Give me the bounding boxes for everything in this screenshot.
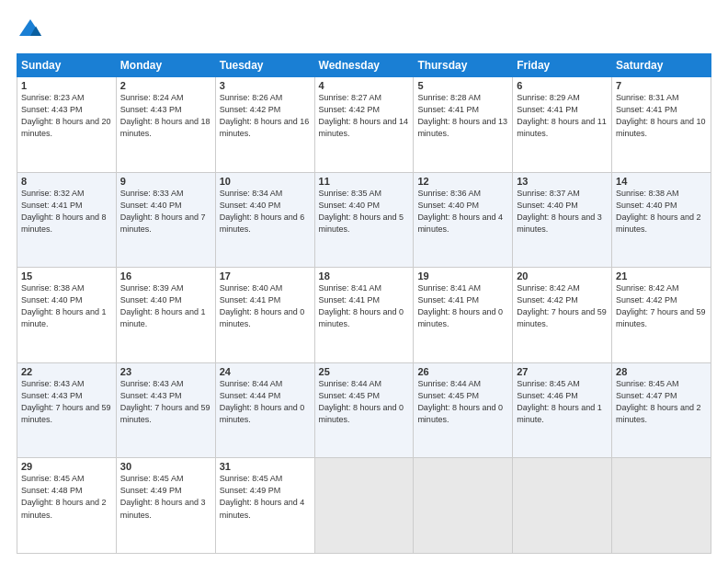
calendar-day-cell: 11Sunrise: 8:35 AMSunset: 4:40 PMDayligh… (314, 172, 414, 268)
calendar-day-cell: 22Sunrise: 8:43 AMSunset: 4:43 PMDayligh… (17, 362, 117, 458)
day-number: 8 (21, 176, 112, 187)
day-info: Sunrise: 8:40 AMSunset: 4:41 PMDaylight:… (220, 282, 311, 330)
day-number: 6 (517, 80, 608, 91)
day-info: Sunrise: 8:27 AMSunset: 4:42 PMDaylight:… (319, 92, 410, 140)
day-number: 27 (517, 366, 608, 377)
calendar-day-cell: 17Sunrise: 8:40 AMSunset: 4:41 PMDayligh… (215, 268, 314, 363)
page: Sunday Monday Tuesday Wednesday Thursday… (0, 0, 728, 563)
day-number: 25 (319, 366, 410, 377)
day-info: Sunrise: 8:45 AMSunset: 4:48 PMDaylight:… (21, 473, 112, 521)
day-info: Sunrise: 8:41 AMSunset: 4:41 PMDaylight:… (417, 282, 508, 330)
header (17, 17, 711, 44)
day-info: Sunrise: 8:43 AMSunset: 4:43 PMDaylight:… (21, 378, 112, 426)
day-number: 1 (21, 80, 112, 91)
day-info: Sunrise: 8:45 AMSunset: 4:49 PMDaylight:… (220, 473, 311, 521)
day-info: Sunrise: 8:42 AMSunset: 4:42 PMDaylight:… (616, 282, 707, 330)
calendar-day-cell: 10Sunrise: 8:34 AMSunset: 4:40 PMDayligh… (215, 172, 314, 268)
day-number: 24 (220, 366, 311, 377)
day-number: 3 (220, 80, 311, 91)
calendar-day-cell: 31Sunrise: 8:45 AMSunset: 4:49 PMDayligh… (215, 458, 314, 554)
day-info: Sunrise: 8:36 AMSunset: 4:40 PMDaylight:… (417, 188, 508, 236)
day-number: 13 (517, 176, 608, 187)
calendar-day-cell: 25Sunrise: 8:44 AMSunset: 4:45 PMDayligh… (314, 362, 414, 458)
day-number: 15 (21, 270, 112, 282)
day-info: Sunrise: 8:45 AMSunset: 4:49 PMDaylight:… (120, 473, 211, 521)
day-info: Sunrise: 8:45 AMSunset: 4:46 PMDaylight:… (517, 378, 608, 426)
day-info: Sunrise: 8:33 AMSunset: 4:40 PMDaylight:… (120, 188, 211, 236)
calendar-day-cell: 7Sunrise: 8:31 AMSunset: 4:41 PMDaylight… (612, 77, 711, 173)
day-number: 18 (319, 270, 410, 282)
day-info: Sunrise: 8:24 AMSunset: 4:43 PMDaylight:… (120, 92, 211, 140)
calendar-day-cell: 14Sunrise: 8:38 AMSunset: 4:40 PMDayligh… (612, 172, 711, 268)
calendar-day-cell: 27Sunrise: 8:45 AMSunset: 4:46 PMDayligh… (513, 362, 612, 458)
day-info: Sunrise: 8:44 AMSunset: 4:45 PMDaylight:… (319, 378, 410, 426)
day-number: 7 (616, 80, 707, 91)
calendar-day-cell: 26Sunrise: 8:44 AMSunset: 4:45 PMDayligh… (414, 362, 513, 458)
day-info: Sunrise: 8:41 AMSunset: 4:41 PMDaylight:… (319, 282, 410, 330)
day-number: 16 (120, 270, 211, 282)
calendar-day-cell: 9Sunrise: 8:33 AMSunset: 4:40 PMDaylight… (116, 172, 215, 268)
day-info: Sunrise: 8:31 AMSunset: 4:41 PMDaylight:… (616, 92, 707, 140)
day-number: 31 (220, 461, 311, 472)
calendar-day-cell: 23Sunrise: 8:43 AMSunset: 4:43 PMDayligh… (116, 362, 215, 458)
day-info: Sunrise: 8:32 AMSunset: 4:41 PMDaylight:… (21, 188, 112, 236)
calendar-day-cell: 28Sunrise: 8:45 AMSunset: 4:47 PMDayligh… (612, 362, 711, 458)
calendar-day-cell: 16Sunrise: 8:39 AMSunset: 4:40 PMDayligh… (116, 268, 215, 363)
day-number: 26 (417, 366, 508, 377)
day-number: 2 (120, 80, 211, 91)
calendar-day-cell: 5Sunrise: 8:28 AMSunset: 4:41 PMDaylight… (414, 77, 513, 173)
day-info: Sunrise: 8:28 AMSunset: 4:41 PMDaylight:… (417, 92, 508, 140)
calendar-day-cell: 4Sunrise: 8:27 AMSunset: 4:42 PMDaylight… (314, 77, 414, 173)
day-number: 28 (616, 366, 707, 377)
logo (17, 17, 50, 44)
day-info: Sunrise: 8:44 AMSunset: 4:44 PMDaylight:… (220, 378, 311, 426)
header-wednesday: Wednesday (314, 54, 414, 77)
day-info: Sunrise: 8:44 AMSunset: 4:45 PMDaylight:… (417, 378, 508, 426)
calendar-day-cell: 3Sunrise: 8:26 AMSunset: 4:42 PMDaylight… (215, 77, 314, 173)
day-info: Sunrise: 8:34 AMSunset: 4:40 PMDaylight:… (220, 188, 311, 236)
day-number: 10 (220, 176, 311, 187)
calendar-day-cell (513, 458, 612, 554)
day-number: 14 (616, 176, 707, 187)
calendar-day-cell (612, 458, 711, 554)
header-tuesday: Tuesday (215, 54, 314, 77)
day-info: Sunrise: 8:35 AMSunset: 4:40 PMDaylight:… (319, 188, 410, 236)
day-number: 12 (417, 176, 508, 187)
day-info: Sunrise: 8:26 AMSunset: 4:42 PMDaylight:… (220, 92, 311, 140)
calendar-day-cell: 18Sunrise: 8:41 AMSunset: 4:41 PMDayligh… (314, 268, 414, 363)
day-number: 19 (417, 270, 508, 282)
day-info: Sunrise: 8:38 AMSunset: 4:40 PMDaylight:… (616, 188, 707, 236)
calendar-week-row: 29Sunrise: 8:45 AMSunset: 4:48 PMDayligh… (17, 458, 711, 554)
calendar-table: Sunday Monday Tuesday Wednesday Thursday… (17, 53, 711, 554)
calendar-day-cell: 30Sunrise: 8:45 AMSunset: 4:49 PMDayligh… (116, 458, 215, 554)
calendar-day-cell: 13Sunrise: 8:37 AMSunset: 4:40 PMDayligh… (513, 172, 612, 268)
day-number: 9 (120, 176, 211, 187)
day-number: 11 (319, 176, 410, 187)
weekday-header-row: Sunday Monday Tuesday Wednesday Thursday… (17, 54, 711, 77)
calendar-week-row: 15Sunrise: 8:38 AMSunset: 4:40 PMDayligh… (17, 268, 711, 363)
calendar-day-cell: 15Sunrise: 8:38 AMSunset: 4:40 PMDayligh… (17, 268, 117, 363)
day-number: 17 (220, 270, 311, 282)
calendar-day-cell: 20Sunrise: 8:42 AMSunset: 4:42 PMDayligh… (513, 268, 612, 363)
calendar-day-cell: 2Sunrise: 8:24 AMSunset: 4:43 PMDaylight… (116, 77, 215, 173)
day-info: Sunrise: 8:29 AMSunset: 4:41 PMDaylight:… (517, 92, 608, 140)
header-friday: Friday (513, 54, 612, 77)
calendar-day-cell (314, 458, 414, 554)
day-number: 23 (120, 366, 211, 377)
calendar-day-cell: 6Sunrise: 8:29 AMSunset: 4:41 PMDaylight… (513, 77, 612, 173)
calendar-day-cell: 29Sunrise: 8:45 AMSunset: 4:48 PMDayligh… (17, 458, 117, 554)
calendar-week-row: 22Sunrise: 8:43 AMSunset: 4:43 PMDayligh… (17, 362, 711, 458)
header-thursday: Thursday (414, 54, 513, 77)
day-number: 30 (120, 461, 211, 472)
day-number: 4 (319, 80, 410, 91)
day-info: Sunrise: 8:39 AMSunset: 4:40 PMDaylight:… (120, 282, 211, 330)
calendar-day-cell: 1Sunrise: 8:23 AMSunset: 4:43 PMDaylight… (17, 77, 117, 173)
calendar-day-cell: 21Sunrise: 8:42 AMSunset: 4:42 PMDayligh… (612, 268, 711, 363)
calendar-week-row: 1Sunrise: 8:23 AMSunset: 4:43 PMDaylight… (17, 77, 711, 173)
day-number: 22 (21, 366, 112, 377)
day-info: Sunrise: 8:23 AMSunset: 4:43 PMDaylight:… (21, 92, 112, 140)
calendar-day-cell: 24Sunrise: 8:44 AMSunset: 4:44 PMDayligh… (215, 362, 314, 458)
day-info: Sunrise: 8:45 AMSunset: 4:47 PMDaylight:… (616, 378, 707, 426)
calendar-week-row: 8Sunrise: 8:32 AMSunset: 4:41 PMDaylight… (17, 172, 711, 268)
calendar-day-cell: 8Sunrise: 8:32 AMSunset: 4:41 PMDaylight… (17, 172, 117, 268)
